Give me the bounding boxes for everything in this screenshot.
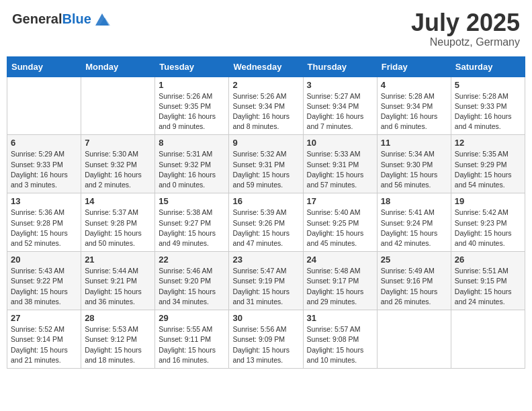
day-number: 1 (159, 80, 225, 90)
day-info: Sunrise: 5:53 AM Sunset: 9:12 PM Dayligh… (85, 324, 151, 365)
calendar-cell: 26Sunrise: 5:51 AM Sunset: 9:15 PM Dayli… (451, 252, 525, 310)
calendar-cell: 25Sunrise: 5:49 AM Sunset: 9:16 PM Dayli… (377, 252, 451, 310)
day-info: Sunrise: 5:42 AM Sunset: 9:23 PM Dayligh… (455, 208, 521, 248)
day-number: 2 (232, 80, 299, 90)
location: Neupotz, Germany (411, 36, 520, 48)
calendar-cell: 19Sunrise: 5:42 AM Sunset: 9:23 PM Dayli… (451, 193, 525, 252)
calendar-cell: 5Sunrise: 5:28 AM Sunset: 9:33 PM Daylig… (451, 77, 525, 135)
day-number: 13 (11, 196, 77, 206)
weekday-header: Monday (81, 56, 155, 77)
weekday-header: Thursday (303, 56, 377, 77)
calendar-cell: 7Sunrise: 5:30 AM Sunset: 9:32 PM Daylig… (81, 135, 155, 193)
day-info: Sunrise: 5:46 AM Sunset: 9:20 PM Dayligh… (159, 266, 225, 307)
day-info: Sunrise: 5:47 AM Sunset: 9:19 PM Dayligh… (232, 266, 299, 307)
day-number: 30 (232, 313, 299, 323)
day-info: Sunrise: 5:57 AM Sunset: 9:08 PM Dayligh… (307, 324, 373, 365)
day-number: 21 (85, 255, 151, 265)
day-info: Sunrise: 5:37 AM Sunset: 9:28 PM Dayligh… (85, 208, 151, 248)
day-number: 6 (11, 138, 77, 148)
calendar-cell: 23Sunrise: 5:47 AM Sunset: 9:19 PM Dayli… (229, 252, 303, 310)
weekday-header: Wednesday (229, 56, 303, 77)
day-info: Sunrise: 5:31 AM Sunset: 9:32 PM Dayligh… (159, 149, 225, 190)
calendar-cell: 17Sunrise: 5:40 AM Sunset: 9:25 PM Dayli… (303, 193, 377, 252)
calendar-cell: 4Sunrise: 5:28 AM Sunset: 9:34 PM Daylig… (377, 77, 451, 135)
day-info: Sunrise: 5:36 AM Sunset: 9:28 PM Dayligh… (11, 208, 77, 248)
weekday-header: Saturday (451, 56, 525, 77)
day-number: 17 (307, 196, 373, 206)
day-number: 9 (232, 138, 299, 148)
day-info: Sunrise: 5:56 AM Sunset: 9:09 PM Dayligh… (232, 324, 299, 365)
calendar-cell: 1Sunrise: 5:26 AM Sunset: 9:35 PM Daylig… (155, 77, 229, 135)
month-title: July 2025 (411, 9, 520, 36)
day-number: 16 (232, 196, 299, 206)
day-info: Sunrise: 5:28 AM Sunset: 9:33 PM Dayligh… (455, 91, 521, 132)
day-info: Sunrise: 5:29 AM Sunset: 9:33 PM Dayligh… (11, 149, 77, 190)
calendar-cell: 21Sunrise: 5:44 AM Sunset: 9:21 PM Dayli… (81, 252, 155, 310)
logo-icon (93, 9, 112, 28)
day-number: 28 (85, 313, 151, 323)
day-number: 24 (307, 255, 373, 265)
day-info: Sunrise: 5:34 AM Sunset: 9:30 PM Dayligh… (381, 149, 447, 190)
calendar-cell: 24Sunrise: 5:48 AM Sunset: 9:17 PM Dayli… (303, 252, 377, 310)
page-header: GeneralBlue July 2025 Neupotz, Germany (7, 7, 525, 51)
calendar-cell: 20Sunrise: 5:43 AM Sunset: 9:22 PM Dayli… (7, 252, 81, 310)
calendar-cell: 16Sunrise: 5:39 AM Sunset: 9:26 PM Dayli… (229, 193, 303, 252)
calendar-cell: 3Sunrise: 5:27 AM Sunset: 9:34 PM Daylig… (303, 77, 377, 135)
title-block: July 2025 Neupotz, Germany (411, 9, 520, 48)
day-number: 11 (381, 138, 447, 148)
calendar-cell: 2Sunrise: 5:26 AM Sunset: 9:34 PM Daylig… (229, 77, 303, 135)
calendar-cell: 6Sunrise: 5:29 AM Sunset: 9:33 PM Daylig… (7, 135, 81, 193)
weekday-header: Tuesday (155, 56, 229, 77)
logo: GeneralBlue (12, 9, 112, 28)
day-number: 14 (85, 196, 151, 206)
calendar-cell (377, 310, 451, 369)
day-info: Sunrise: 5:52 AM Sunset: 9:14 PM Dayligh… (11, 324, 77, 365)
calendar-week-row: 6Sunrise: 5:29 AM Sunset: 9:33 PM Daylig… (7, 135, 525, 193)
day-info: Sunrise: 5:49 AM Sunset: 9:16 PM Dayligh… (381, 266, 447, 307)
day-info: Sunrise: 5:26 AM Sunset: 9:35 PM Dayligh… (159, 91, 225, 132)
calendar-cell: 18Sunrise: 5:41 AM Sunset: 9:24 PM Dayli… (377, 193, 451, 252)
day-number: 15 (159, 196, 225, 206)
calendar-cell: 11Sunrise: 5:34 AM Sunset: 9:30 PM Dayli… (377, 135, 451, 193)
calendar-cell: 28Sunrise: 5:53 AM Sunset: 9:12 PM Dayli… (81, 310, 155, 369)
day-info: Sunrise: 5:27 AM Sunset: 9:34 PM Dayligh… (307, 91, 373, 132)
day-number: 29 (159, 313, 225, 323)
day-number: 22 (159, 255, 225, 265)
calendar-cell: 30Sunrise: 5:56 AM Sunset: 9:09 PM Dayli… (229, 310, 303, 369)
calendar-cell: 29Sunrise: 5:55 AM Sunset: 9:11 PM Dayli… (155, 310, 229, 369)
day-info: Sunrise: 5:28 AM Sunset: 9:34 PM Dayligh… (381, 91, 447, 132)
weekday-header: Friday (377, 56, 451, 77)
weekday-header: Sunday (7, 56, 81, 77)
day-number: 19 (455, 196, 521, 206)
day-number: 5 (455, 80, 521, 90)
logo-blue-text: Blue (62, 11, 91, 26)
day-number: 7 (85, 138, 151, 148)
calendar-week-row: 20Sunrise: 5:43 AM Sunset: 9:22 PM Dayli… (7, 252, 525, 310)
calendar-cell: 13Sunrise: 5:36 AM Sunset: 9:28 PM Dayli… (7, 193, 81, 252)
day-number: 4 (381, 80, 447, 90)
weekday-header-row: SundayMondayTuesdayWednesdayThursdayFrid… (7, 56, 525, 77)
day-info: Sunrise: 5:35 AM Sunset: 9:29 PM Dayligh… (455, 149, 521, 190)
day-number: 10 (307, 138, 373, 148)
calendar-week-row: 27Sunrise: 5:52 AM Sunset: 9:14 PM Dayli… (7, 310, 525, 369)
day-info: Sunrise: 5:43 AM Sunset: 9:22 PM Dayligh… (11, 266, 77, 307)
calendar-table: SundayMondayTuesdayWednesdayThursdayFrid… (7, 56, 525, 369)
day-number: 20 (11, 255, 77, 265)
calendar-cell: 22Sunrise: 5:46 AM Sunset: 9:20 PM Dayli… (155, 252, 229, 310)
calendar-cell: 31Sunrise: 5:57 AM Sunset: 9:08 PM Dayli… (303, 310, 377, 369)
day-number: 31 (307, 313, 373, 323)
calendar-week-row: 13Sunrise: 5:36 AM Sunset: 9:28 PM Dayli… (7, 193, 525, 252)
calendar-cell: 9Sunrise: 5:32 AM Sunset: 9:31 PM Daylig… (229, 135, 303, 193)
day-number: 8 (159, 138, 225, 148)
day-number: 26 (455, 255, 521, 265)
calendar-cell: 10Sunrise: 5:33 AM Sunset: 9:31 PM Dayli… (303, 135, 377, 193)
day-number: 12 (455, 138, 521, 148)
calendar-cell: 14Sunrise: 5:37 AM Sunset: 9:28 PM Dayli… (81, 193, 155, 252)
day-number: 23 (232, 255, 299, 265)
day-info: Sunrise: 5:38 AM Sunset: 9:27 PM Dayligh… (159, 208, 225, 248)
calendar-cell (451, 310, 525, 369)
calendar-cell: 8Sunrise: 5:31 AM Sunset: 9:32 PM Daylig… (155, 135, 229, 193)
day-info: Sunrise: 5:55 AM Sunset: 9:11 PM Dayligh… (159, 324, 225, 365)
calendar-cell (81, 77, 155, 135)
day-info: Sunrise: 5:30 AM Sunset: 9:32 PM Dayligh… (85, 149, 151, 190)
